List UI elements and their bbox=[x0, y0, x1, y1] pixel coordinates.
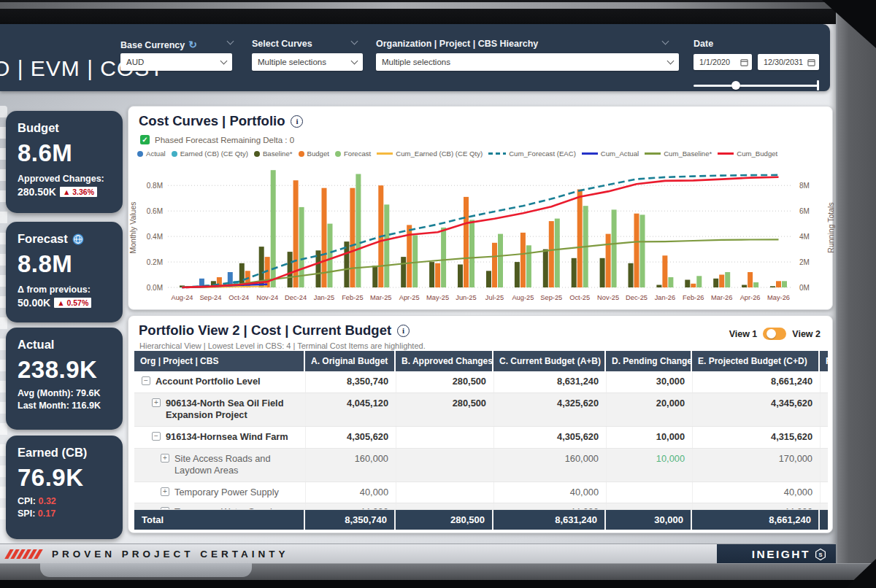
bar[interactable] bbox=[600, 258, 605, 287]
column-header[interactable]: E. Projected Budget (C+D) bbox=[692, 351, 820, 371]
table-row[interactable]: +Temporary Power Supply40,00040,00040,00… bbox=[134, 482, 828, 504]
checkbox-icon[interactable] bbox=[140, 135, 150, 144]
refresh-icon[interactable]: ↻ bbox=[188, 39, 197, 50]
select-curves-dropdown[interactable]: Multiple selections bbox=[252, 53, 363, 71]
legend-item[interactable]: Budget bbox=[299, 150, 329, 158]
info-icon[interactable]: i bbox=[291, 115, 303, 128]
bar[interactable] bbox=[742, 285, 747, 288]
legend-item[interactable]: Cum_Forecast (EAC) bbox=[488, 150, 576, 158]
slider-handle[interactable] bbox=[731, 81, 740, 90]
bar[interactable] bbox=[372, 266, 377, 287]
column-header[interactable]: C. Current Budget (A+B) bbox=[493, 351, 606, 371]
date-end-input[interactable]: 12/30/2031 bbox=[758, 54, 819, 70]
chevron-down-icon[interactable] bbox=[227, 38, 234, 45]
bar[interactable] bbox=[526, 245, 531, 287]
chevron-down-icon[interactable] bbox=[662, 38, 669, 45]
bar[interactable] bbox=[429, 262, 434, 287]
bar[interactable] bbox=[577, 190, 583, 288]
monitor-mockup: O | EVM | COST Base Currency↻ AUD Select… bbox=[0, 0, 876, 588]
bar[interactable] bbox=[629, 263, 634, 287]
bar[interactable] bbox=[748, 272, 753, 287]
bar[interactable] bbox=[328, 224, 333, 287]
legend-item[interactable]: Cum_Baseline* bbox=[645, 150, 712, 158]
chevron-down-icon[interactable] bbox=[351, 38, 358, 45]
column-header[interactable]: A. Original Budget bbox=[305, 351, 396, 371]
bar[interactable] bbox=[271, 170, 276, 287]
bar[interactable] bbox=[435, 263, 440, 287]
legend-item[interactable]: Cum_Budget bbox=[718, 150, 777, 158]
bar[interactable] bbox=[492, 243, 497, 287]
bar[interactable] bbox=[515, 262, 520, 287]
column-header[interactable]: F. bbox=[820, 351, 831, 371]
legend-item[interactable]: Baseline* bbox=[254, 150, 293, 158]
info-icon[interactable]: i bbox=[397, 325, 410, 337]
cost-curves-chart[interactable]: 0.0M0M0.2M2M0.4M4M0.6M6M0.8M8MAug-24Sep-… bbox=[134, 162, 828, 306]
bar[interactable] bbox=[288, 252, 293, 287]
table-row[interactable]: −Account Portfolio Level8,350,740280,500… bbox=[134, 371, 828, 393]
bar[interactable] bbox=[469, 220, 474, 287]
hierarchy-dropdown[interactable]: Multiple selections bbox=[376, 53, 679, 71]
table-row[interactable]: −916134-Hornsea Wind Farm4,305,6204,305,… bbox=[134, 427, 828, 449]
bar[interactable] bbox=[696, 276, 702, 287]
bar[interactable] bbox=[384, 204, 389, 287]
base-currency-label: Base Currency↻ bbox=[120, 39, 197, 50]
bar[interactable] bbox=[441, 228, 446, 287]
bar[interactable] bbox=[691, 284, 696, 287]
legend-item[interactable]: Actual bbox=[137, 150, 166, 158]
column-header[interactable]: D. Pending Changes bbox=[606, 351, 692, 371]
legend-item[interactable]: Earned (CB) (CE Qty) bbox=[172, 150, 248, 158]
bar[interactable] bbox=[572, 258, 577, 287]
table-row[interactable]: +Temporary Water Supply44,00044,00044,00… bbox=[134, 503, 828, 510]
bar[interactable] bbox=[719, 275, 724, 288]
slider-end-handle[interactable] bbox=[817, 80, 819, 90]
bar[interactable] bbox=[656, 285, 661, 288]
bar[interactable] bbox=[685, 280, 690, 288]
bar[interactable] bbox=[634, 214, 639, 287]
bar[interactable] bbox=[458, 265, 463, 288]
view-toggle-switch[interactable] bbox=[763, 328, 786, 340]
bar[interactable] bbox=[555, 219, 560, 287]
bar[interactable] bbox=[543, 249, 548, 287]
background-bottom bbox=[0, 580, 876, 588]
bar[interactable] bbox=[464, 197, 469, 287]
expand-icon[interactable]: + bbox=[161, 487, 169, 496]
bar[interactable] bbox=[412, 235, 418, 287]
table-total-row: Total8,350,740280,5008,631,24030,0008,66… bbox=[134, 510, 828, 530]
x-tick: Feb-25 bbox=[342, 294, 363, 301]
bar[interactable] bbox=[770, 286, 775, 287]
expand-icon[interactable]: + bbox=[161, 454, 169, 463]
metric-label: CPI: bbox=[18, 496, 36, 506]
date-start-input[interactable]: 1/1/2020 bbox=[694, 54, 752, 70]
bar[interactable] bbox=[713, 279, 718, 287]
collapse-icon[interactable]: − bbox=[152, 432, 161, 441]
bar[interactable] bbox=[606, 234, 611, 287]
collapse-icon[interactable]: − bbox=[142, 376, 150, 385]
bar[interactable] bbox=[753, 282, 758, 287]
bar[interactable] bbox=[662, 255, 667, 287]
bar[interactable] bbox=[782, 281, 787, 287]
bar[interactable] bbox=[401, 257, 406, 287]
expand-icon[interactable]: + bbox=[152, 398, 161, 407]
table-row[interactable]: +Site Access Roads and Laydown Areas160,… bbox=[134, 449, 828, 482]
bar[interactable] bbox=[640, 214, 645, 287]
bar[interactable] bbox=[356, 174, 361, 288]
base-currency-dropdown[interactable]: AUD bbox=[120, 53, 232, 71]
bar[interactable] bbox=[498, 234, 503, 287]
bar[interactable] bbox=[612, 209, 617, 287]
date-range-slider[interactable] bbox=[694, 81, 819, 90]
column-header[interactable]: Org | Project | CBS bbox=[134, 351, 305, 371]
view1-label[interactable]: View 1 bbox=[729, 329, 758, 339]
bar[interactable] bbox=[776, 281, 781, 287]
legend-item[interactable]: Cum_Actual bbox=[582, 150, 639, 158]
bar[interactable] bbox=[520, 233, 526, 287]
bar[interactable] bbox=[668, 277, 673, 287]
bar[interactable] bbox=[725, 272, 730, 287]
column-header[interactable]: B. Approved Changes bbox=[396, 351, 493, 371]
bar[interactable] bbox=[486, 271, 491, 287]
view2-label[interactable]: View 2 bbox=[792, 329, 821, 339]
bar[interactable] bbox=[549, 221, 554, 287]
legend-item[interactable]: Forecast bbox=[335, 150, 371, 158]
table-row[interactable]: +906134-North Sea Oil Field Expansion Pr… bbox=[134, 393, 828, 427]
legend-item[interactable]: Cum_Earned (CB) (CE Qty) bbox=[377, 150, 483, 158]
bar[interactable] bbox=[350, 188, 355, 287]
